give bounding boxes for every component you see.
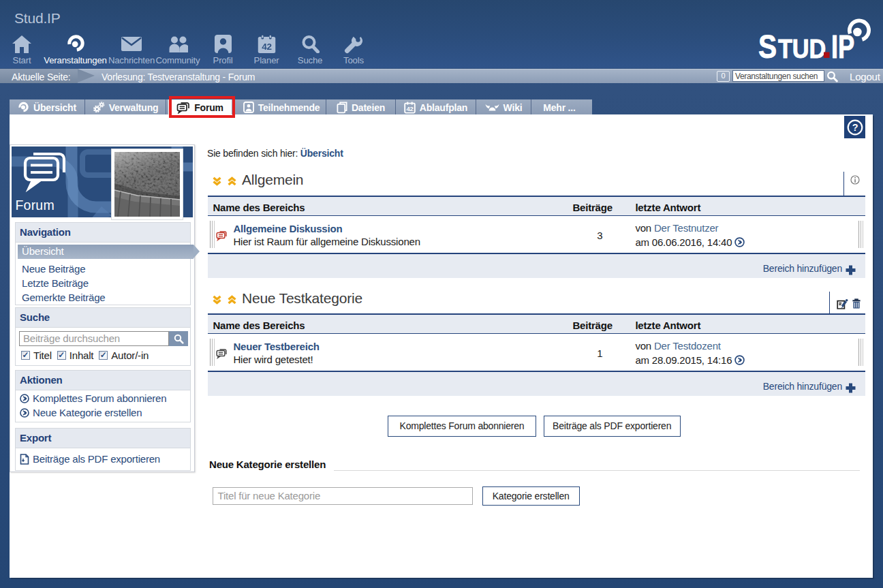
svg-text:TUD: TUD [778,34,826,62]
svg-text:42: 42 [406,104,413,112]
svg-text:S: S [758,29,777,62]
